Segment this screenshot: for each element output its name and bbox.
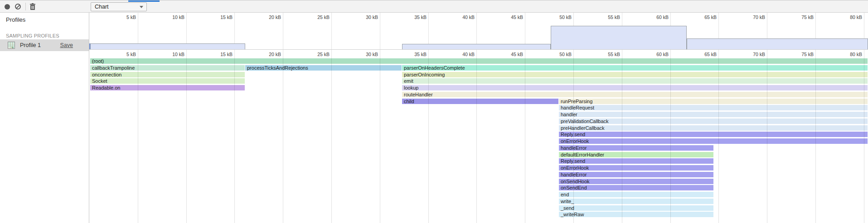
gridline-45kb	[525, 50, 525, 57]
profile-icon: %	[8, 42, 15, 49]
flame-chart-ruler: 5 kB10 kB15 kB20 kB25 kB30 kB35 kB40 kB4…	[89, 49, 868, 57]
gridline-25kb	[331, 50, 332, 57]
flame-bar-child[interactable]: child	[402, 99, 558, 104]
gridline-70kb	[767, 57, 767, 223]
sidebar-title: Profiles	[6, 16, 25, 23]
gridline-75kb	[815, 50, 816, 57]
gridline-70kb	[767, 50, 767, 57]
tick-label-55kb: 55 kB	[593, 14, 620, 20]
tick-label-55kb: 55 kB	[593, 52, 620, 57]
overview-step-2	[402, 44, 551, 49]
record-icon[interactable]	[5, 4, 10, 9]
flame-bar-preHandlerCallback[interactable]: preHandlerCallback	[559, 125, 868, 131]
flame-bar-Reply.send[interactable]: Reply.send	[559, 158, 713, 164]
flame-bar-end[interactable]: end	[559, 192, 713, 197]
profiler-toolbar: Chart	[0, 0, 868, 13]
flame-bar-emit[interactable]: emit	[402, 78, 868, 84]
flame-bar-_writeRaw[interactable]: _writeRaw	[559, 212, 713, 217]
tick-label-65kb: 65 kB	[689, 52, 717, 57]
clear-icon[interactable]	[15, 4, 21, 9]
tick-label-70kb: 70 kB	[738, 52, 765, 57]
flame-bar-write_[interactable]: write_	[559, 199, 713, 204]
tick-label-25kb: 25 kB	[302, 14, 330, 20]
tick-label-50kb: 50 kB	[544, 52, 572, 57]
tick-label-10kb: 10 kB	[157, 14, 184, 20]
tick-label-75kb: 75 kB	[786, 14, 814, 20]
flame-bar-(root)[interactable]: (root)	[90, 58, 868, 64]
tick-label-80kb: 80 kB	[835, 52, 862, 57]
tick-label-80kb: 80 kB	[835, 14, 862, 20]
gridline-35kb	[428, 50, 429, 57]
tick-label-60kb: 60 kB	[641, 14, 669, 20]
flame-bar-handleRequest[interactable]: handleRequest	[559, 105, 868, 110]
gridline-40kb	[476, 57, 477, 223]
gridline-60kb	[670, 50, 671, 57]
flame-bar-Readable.on[interactable]: Readable.on	[90, 85, 245, 90]
gridline-80kb	[864, 57, 864, 223]
heap-profiler-panel: Chart Profiles SAMPLING PROFILES % Profi…	[0, 0, 868, 223]
active-tab-indicator	[128, 0, 160, 2]
flame-bar-lookup[interactable]: lookup	[402, 85, 868, 90]
tick-label-40kb: 40 kB	[447, 52, 475, 57]
gridline-15kb	[234, 50, 235, 57]
gridline-55kb	[622, 50, 622, 57]
flame-bar-onconnection[interactable]: onconnection	[90, 72, 245, 77]
gridline-20kb	[283, 13, 283, 49]
flame-chart: (root)callbackTrampolineprocessTicksAndR…	[89, 57, 868, 223]
tick-label-15kb: 15 kB	[205, 14, 233, 20]
flame-bar-preValidationCallback[interactable]: preValidationCallback	[559, 119, 868, 124]
save-profile-link[interactable]: Save	[60, 42, 73, 48]
profiles-sidebar: Profiles SAMPLING PROFILES % Profile 1 S…	[0, 13, 89, 223]
gridline-10kb	[186, 50, 187, 57]
overview-window-grip[interactable]	[89, 43, 90, 49]
tick-label-60kb: 60 kB	[641, 52, 669, 57]
gridline-5kb	[138, 57, 138, 223]
flame-bar-parserOnIncoming[interactable]: parserOnIncoming	[402, 72, 868, 77]
tick-label-35kb: 35 kB	[399, 14, 427, 20]
flame-bar-routeHandler[interactable]: routeHandler	[402, 92, 868, 97]
gridline-15kb	[234, 57, 235, 223]
flame-bar-processTicksAndRejections[interactable]: processTicksAndRejections	[245, 65, 402, 71]
sidebar-item-profile-1[interactable]: % Profile 1 Save	[0, 39, 89, 51]
tick-label-15kb: 15 kB	[205, 52, 233, 57]
flame-bar-runPreParsing[interactable]: runPreParsing	[559, 99, 868, 104]
flame-bar-onSendEnd[interactable]: onSendEnd	[559, 185, 713, 190]
flame-bar-handler[interactable]: handler	[559, 112, 868, 117]
gridline-30kb	[380, 57, 380, 223]
gridline-80kb	[864, 50, 864, 57]
flame-bar-parserOnHeadersComplete[interactable]: parserOnHeadersComplete	[402, 65, 868, 71]
flame-bar-Reply.send[interactable]: Reply.send	[559, 132, 868, 137]
flame-bar-callbackTrampoline[interactable]: callbackTrampoline	[90, 65, 245, 71]
trash-icon[interactable]	[29, 3, 36, 10]
view-mode-select[interactable]: Chart	[91, 2, 147, 11]
tick-label-75kb: 75 kB	[786, 52, 814, 57]
gridline-55kb	[622, 57, 622, 223]
gridline-20kb	[283, 57, 283, 223]
flame-bar-defaultErrorHandler[interactable]: defaultErrorHandler	[559, 152, 713, 157]
tick-label-5kb: 5 kB	[109, 52, 136, 57]
chart-pane: 5 kB10 kB15 kB20 kB25 kB30 kB35 kB40 kB4…	[89, 13, 868, 223]
flame-bar-onSendHook[interactable]: onSendHook	[559, 179, 713, 184]
profile-name: Profile 1	[20, 42, 41, 48]
tick-label-10kb: 10 kB	[157, 52, 184, 57]
tick-label-45kb: 45 kB	[496, 52, 523, 57]
gridline-25kb	[331, 13, 332, 49]
tick-label-65kb: 65 kB	[689, 14, 717, 20]
gridline-50kb	[573, 50, 574, 57]
flame-bar-Socket[interactable]: Socket	[90, 78, 245, 84]
tick-label-70kb: 70 kB	[738, 14, 765, 20]
tick-label-50kb: 50 kB	[544, 14, 572, 20]
gridline-40kb	[476, 50, 477, 57]
overview-step-3	[551, 26, 687, 49]
overview-pane[interactable]: 5 kB10 kB15 kB20 kB25 kB30 kB35 kB40 kB4…	[89, 13, 868, 49]
flame-bar-handleError[interactable]: handleError	[559, 145, 713, 151]
flame-bar-onErrorHook[interactable]: onErrorHook	[559, 165, 713, 171]
gridline-10kb	[186, 57, 187, 223]
flame-bar-_send[interactable]: _send	[559, 205, 713, 211]
gridline-75kb	[815, 57, 816, 223]
gridline-25kb	[331, 57, 332, 223]
view-mode-value: Chart	[91, 4, 109, 10]
overview-step-1	[90, 43, 245, 49]
flame-bar-onErrorHook[interactable]: onErrorHook	[559, 138, 868, 144]
flame-bar-handleError[interactable]: handleError	[559, 172, 713, 177]
